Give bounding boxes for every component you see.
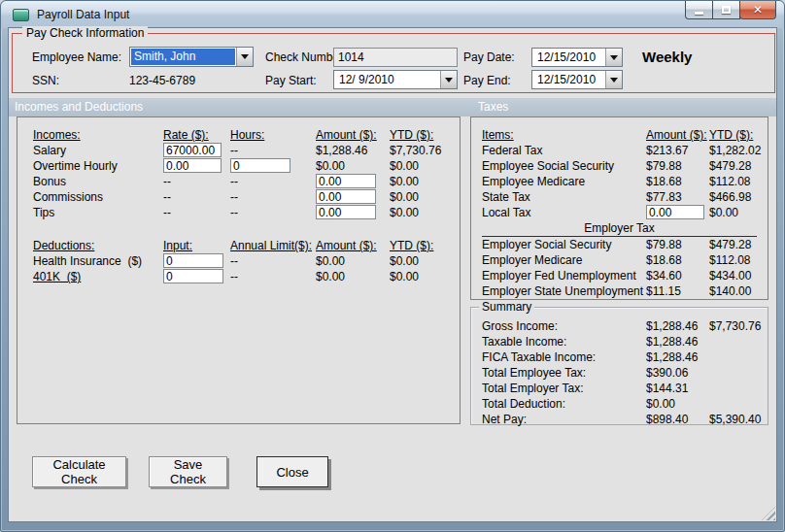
deductions-header-input: Input: (163, 238, 230, 253)
tax-cell: $77.83 (646, 189, 709, 205)
salary-rate-input[interactable] (163, 143, 222, 157)
summary-cell (709, 396, 764, 412)
tax-row-label: Employer State Unemployment (482, 283, 646, 299)
summary-cell (709, 334, 764, 349)
summary-cell: $1,288.46 (646, 318, 709, 334)
pay-start-value: 12/ 9/2010 (334, 71, 440, 88)
titlebar[interactable]: Payroll Data Input ✕ (1, 1, 784, 28)
summary-row-label: Total Employee Tax: (482, 365, 646, 381)
income-cell: $0.00 (390, 158, 456, 174)
tax-row-label: Federal Tax (482, 143, 646, 158)
close-window-button[interactable]: ✕ (739, 1, 776, 19)
summary-row-label: Total Employer Tax: (482, 381, 646, 396)
tax-cell: $11.15 (646, 283, 709, 299)
summary-group: Summary Gross Income: $1,288.46 $7,730.7… (470, 307, 768, 425)
local-tax-input[interactable] (646, 205, 704, 219)
summary-cell: $0.00 (646, 396, 709, 412)
summary-group-label: Summary (479, 300, 534, 315)
incomes-table: Incomes: Rate ($): Hours: Amount ($): YT… (17, 117, 460, 220)
taxes-header-ytd: YTD ($): (709, 127, 764, 143)
incomes-header-name: Incomes: (33, 127, 163, 143)
maximize-button[interactable] (712, 1, 740, 19)
deduction-401k-link: 401K ($) (33, 269, 163, 284)
employee-name-combo[interactable]: Smith, John (129, 47, 254, 67)
check-number-field[interactable]: 1014 (333, 48, 458, 67)
resize-grip[interactable] (762, 507, 775, 520)
tax-cell: $140.00 (709, 283, 764, 299)
window-controls: ✕ (686, 1, 776, 19)
save-check-button[interactable]: Save Check (149, 456, 227, 487)
commissions-amount-input[interactable] (316, 189, 376, 204)
deduction-cell: $0.00 (390, 269, 456, 284)
income-row-label: Tips (33, 205, 163, 220)
summary-cell: $1,288.46 (646, 349, 709, 365)
tax-cell: $479.28 (709, 158, 764, 174)
income-cell: $0.00 (316, 158, 390, 174)
summary-cell: $390.06 (646, 365, 709, 381)
minimize-button[interactable] (685, 1, 713, 19)
summary-table: Gross Income: $1,288.46 $7,730.76 Taxabl… (471, 308, 768, 427)
income-cell: $0.00 (390, 189, 456, 205)
health-insurance-input[interactable] (163, 253, 223, 268)
income-cell: -- (163, 189, 230, 205)
paycheck-info-group-label: Pay Check Information (22, 26, 148, 41)
tax-cell: $112.08 (709, 252, 764, 268)
pay-start-dropdown-icon[interactable] (440, 71, 457, 88)
tips-amount-input[interactable] (316, 205, 376, 219)
overtime-rate-input[interactable] (163, 158, 222, 173)
employer-tax-divider: Employer Tax (482, 221, 757, 237)
taxes-panel: Items: Amount ($): YTD ($): Federal Tax … (470, 116, 768, 300)
pay-end-label: Pay End: (463, 74, 511, 87)
pay-date-picker[interactable]: 12/15/2010 (531, 48, 623, 67)
deductions-table: Deductions: Input: Annual Limit($): Amou… (17, 220, 460, 284)
deductions-header-name: Deductions: (33, 238, 163, 253)
pay-end-value: 12/15/2010 (532, 71, 605, 88)
pay-end-dropdown-icon[interactable] (605, 71, 622, 88)
tax-row-label: Employee Social Security (482, 158, 646, 174)
tax-cell: $0.00 (709, 205, 764, 220)
income-cell: $7,730.76 (390, 143, 456, 158)
summary-row-label: Taxable Income: (482, 334, 646, 349)
tax-cell: $434.00 (709, 268, 764, 283)
client-area: Pay Check Information Employee Name: Smi… (9, 28, 776, 521)
minimize-icon (695, 12, 703, 15)
incomes-header-hours: Hours: (230, 127, 316, 143)
pay-end-picker[interactable]: 12/15/2010 (531, 70, 623, 89)
income-cell: $0.00 (390, 205, 456, 220)
close-button[interactable]: Close (256, 456, 328, 487)
ssn-value: 123-45-6789 (129, 74, 195, 87)
pay-frequency-label: Weekly (642, 49, 692, 65)
income-cell: -- (230, 174, 316, 189)
income-cell: $1,288.46 (316, 143, 390, 158)
overtime-hours-input[interactable] (230, 158, 290, 173)
taxes-header-items: Items: (482, 127, 646, 143)
bonus-amount-input[interactable] (316, 174, 376, 188)
section-header-bar: Incomes and Deductions Taxes (9, 98, 776, 116)
tax-cell: $213.67 (646, 143, 709, 158)
income-row-label: Commissions (33, 189, 163, 205)
tax-row-label: State Tax (482, 189, 646, 205)
401k-input[interactable] (163, 269, 223, 283)
pay-date-dropdown-icon[interactable] (605, 49, 622, 66)
calculate-check-button[interactable]: Calculate Check (32, 456, 126, 487)
income-cell: -- (163, 174, 230, 189)
summary-cell: $1,288.46 (646, 334, 709, 349)
employee-name-dropdown-icon[interactable] (236, 48, 253, 66)
close-icon: ✕ (753, 4, 763, 16)
taxes-table: Items: Amount ($): YTD ($): Federal Tax … (471, 117, 768, 299)
summary-cell: $898.40 (646, 412, 709, 427)
payroll-window: Payroll Data Input ✕ Pay Check Informati… (0, 0, 785, 532)
deduction-row-label: Health Insurance ($) (33, 253, 163, 269)
section-header-taxes: Taxes (478, 100, 508, 114)
pay-start-picker[interactable]: 12/ 9/2010 (333, 70, 458, 89)
income-cell: $0.00 (390, 174, 456, 189)
deductions-header-ytd: YTD ($): (390, 238, 456, 253)
income-cell: -- (163, 205, 230, 220)
deduction-cell: -- (230, 253, 316, 269)
tax-cell: $79.88 (646, 158, 709, 174)
tax-cell: $1,282.02 (709, 143, 764, 158)
income-row-label: Overtime Hourly (33, 158, 163, 174)
income-cell: -- (230, 205, 316, 220)
maximize-icon (722, 6, 731, 14)
summary-cell (709, 349, 764, 365)
